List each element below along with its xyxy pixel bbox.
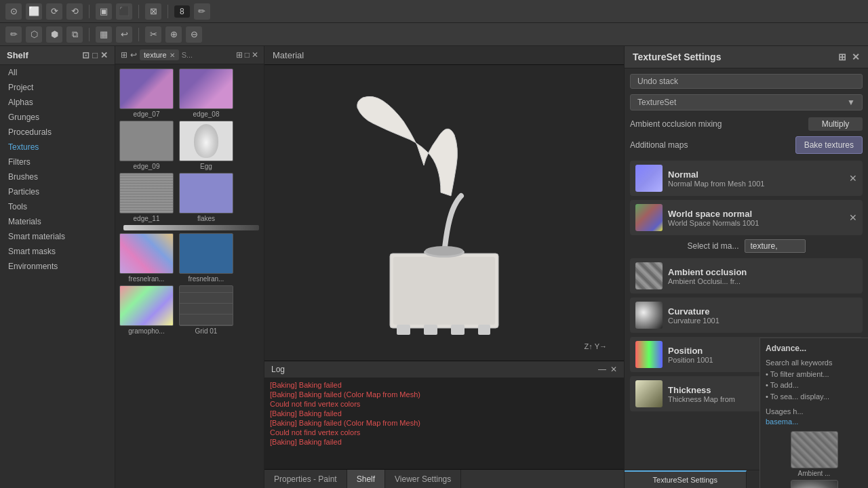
bake-textures-button[interactable]: Bake textures [795,136,863,154]
svg-rect-4 [451,325,465,335]
map-card-world-space-normal: World space normal World Space Normals 1… [630,200,863,235]
separator-4 [89,28,90,41]
texture-label-fresnelran2: fresnelran... [189,275,224,283]
texture-item-fresnelran1[interactable]: fresnelran... [119,233,174,283]
log-minimize[interactable]: — [598,365,606,374]
undo-icon[interactable]: ↩ [130,50,137,60]
tool-icon-1[interactable]: ⊙ [5,3,22,20]
tool-icon-4[interactable]: ⟲ [66,3,83,20]
fill-tool[interactable]: ▦ [96,26,112,43]
tab-viewer-settings[interactable]: Viewer Settings [385,470,461,488]
texture-thumb-fresnelran2 [179,233,233,274]
shelf-icon-2[interactable]: □ [92,50,98,60]
nav-brushes[interactable]: Brushes [0,169,115,184]
log-line-6: Could not find vertex colors [270,428,618,437]
search-tag-close[interactable]: ✕ [170,52,175,59]
nav-filters[interactable]: Filters [0,155,115,169]
texture-item-edge08[interactable]: edge_08 [179,68,233,118]
select-tool[interactable]: ✂ [145,26,161,43]
top-toolbar: ⊙ ⬜ ⟳ ⟲ ▣ ⬛ ⊠ 8 ✏ [0,0,868,23]
map-card-curvature: Curvature Curvature 1001 [630,298,863,333]
additional-maps-row: Additional maps Bake textures [630,136,863,154]
map-subtitle-worldspace: World Space Normals 1001 [668,219,844,227]
map-card-ao: Ambient occlusion Ambient Occlusi... fr.… [630,258,863,293]
log-line-4: [Baking] Baking failed [270,409,618,418]
log-header: Log — ✕ [264,361,624,378]
panel-expand[interactable]: □ [245,50,250,60]
tool-icon-7[interactable]: ⊠ [145,3,161,20]
ao-mixing-value[interactable]: Multiply [808,117,863,131]
main-area: Shelf ⊡ □ ✕ All Project Alphas Grunges P… [0,46,868,488]
map-title-worldspace: World space normal [668,209,844,219]
view-icon-1[interactable]: ⊞ [236,50,243,60]
texture-item-egg[interactable]: Egg [179,121,233,170]
brush-size[interactable]: 8 [174,5,190,18]
nav-alphas[interactable]: Alphas [0,95,115,110]
shelf-icon-1[interactable]: ⊡ [82,50,90,60]
select-id-input[interactable] [745,239,806,253]
panel-close[interactable]: ✕ [252,50,258,60]
texture-item-gramopho[interactable]: gramopho... [119,285,174,335]
texture-label-egg: Egg [200,163,212,170]
log-line-7: [Baking] Baking failed [270,437,618,447]
texture-item-fresnelran2[interactable]: fresnelran... [179,233,233,283]
texture-panel: ⊞ ↩ texture ✕ S... ⊞ □ ✕ edge_07 e [115,46,264,488]
tab-shelf[interactable]: Shelf [347,470,385,488]
eraser-tool[interactable]: ⬡ [26,26,42,43]
texture-label-fresnelran1: fresnelran... [129,275,165,283]
tool-icon-2[interactable]: ⬜ [26,3,42,20]
right-panel-expand[interactable]: ⊞ [838,52,846,62]
nav-textures[interactable]: Textures [0,140,115,155]
texture-item-flakes[interactable]: flakes [179,173,233,222]
bottom-tabs: Properties - Paint Shelf Viewer Settings [264,469,624,488]
nav-tools[interactable]: Tools [0,199,115,214]
gramophone-model [349,84,539,342]
undo-tool[interactable]: ↩ [116,26,132,43]
nav-particles[interactable]: Particles [0,184,115,199]
nav-procedurals[interactable]: Procedurals [0,125,115,140]
map-close-normal[interactable]: ✕ [849,173,857,184]
nav-grunges[interactable]: Grunges [0,110,115,125]
right-tab-textureset[interactable]: TextureSet Settings [625,470,747,488]
tool-icon-3[interactable]: ⟳ [46,3,62,20]
svg-rect-2 [397,325,410,335]
shelf-close[interactable]: ✕ [100,50,108,60]
svg-rect-1 [393,257,495,325]
tab-properties-paint[interactable]: Properties - Paint [264,470,347,488]
nav-all[interactable]: All [0,65,115,80]
texture-row-1: edge_07 edge_08 [119,68,260,118]
smudge-tool[interactable]: ⬢ [46,26,62,43]
undo-stack-button[interactable]: Undo stack [630,74,863,89]
tool-icon-6[interactable]: ⬛ [116,3,132,20]
nav-materials[interactable]: Materials [0,214,115,229]
nav-smart-masks[interactable]: Smart masks [0,244,115,259]
remove-tool[interactable]: ⊖ [186,26,202,43]
search-input-label[interactable]: S... [182,51,193,59]
map-card-normal: Normal Normal Map from Mesh 1001 ✕ [630,161,863,196]
log-line-2: [Baking] Baking failed (Color Map from M… [270,390,618,399]
separator-3 [167,5,168,18]
log-line-3: Could not find vertex colors [270,399,618,409]
texture-item-edge11[interactable]: edge_11 [119,173,174,222]
viewport-canvas[interactable]: Z↑ Y→ [264,65,624,361]
nav-project[interactable]: Project [0,80,115,95]
tool-icon-8[interactable]: ✏ [194,3,210,20]
filter-icon[interactable]: ⊞ [121,50,127,60]
clone-tool[interactable]: ⧉ [66,26,83,43]
map-close-worldspace[interactable]: ✕ [849,212,857,223]
texture-item-grid01[interactable]: Grid 01 [179,285,233,335]
paint-tool[interactable]: ✏ [5,26,22,43]
nav-smart-materials[interactable]: Smart materials [0,229,115,244]
texture-thumb-flakes [179,173,233,214]
tool-icon-5[interactable]: ▣ [96,3,112,20]
add-tool[interactable]: ⊕ [165,26,182,43]
nav-environments[interactable]: Environments [0,259,115,274]
right-panel-header-actions: ⊞ ✕ [838,52,860,62]
texture-grid: edge_07 edge_08 edge_09 Egg [115,64,264,488]
map-info-curvature: Curvature Curvature 1001 [668,306,857,325]
log-close[interactable]: ✕ [610,365,617,374]
texture-item-edge09[interactable]: edge_09 [119,121,174,170]
right-panel-close[interactable]: ✕ [852,52,860,62]
viewport-header: Material [264,46,624,65]
texture-item-edge07[interactable]: edge_07 [119,68,174,118]
